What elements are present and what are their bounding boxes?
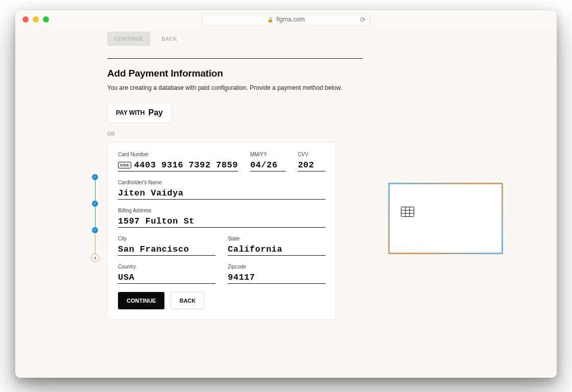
city-value: San Francisco <box>118 244 189 254</box>
cardholder-name-value: Jiten Vaidya <box>118 188 183 198</box>
step-connector <box>95 233 96 254</box>
visa-badge-icon: VISA <box>118 162 131 168</box>
city-input[interactable]: San Francisco <box>118 244 216 256</box>
card-number-value: 4403 9316 7392 7859 <box>134 160 238 170</box>
minimize-window-icon[interactable] <box>33 16 39 22</box>
cardholder-name-label: Cardholder's Name <box>118 180 325 185</box>
section-divider <box>107 58 363 59</box>
disabled-continue-button: CONTINUE <box>107 32 150 46</box>
cvv-input[interactable]: 202 <box>298 160 325 172</box>
payment-form: Card Number VISA 4403 9316 7392 7859 MM/… <box>107 142 336 320</box>
url-text: figma.com <box>276 16 304 23</box>
zipcode-value: 94117 <box>228 273 255 282</box>
window-controls <box>22 16 49 22</box>
continue-button[interactable]: CONTINUE <box>118 292 164 309</box>
country-label: Country <box>118 264 216 270</box>
disabled-back-button: BACK <box>154 32 184 46</box>
cardholder-name-input[interactable]: Jiten Vaidya <box>118 188 325 200</box>
browser-window: 🔒 figma.com ⟳ ✓ ✓ ✓ 4 CONTINUE BACK Add … <box>15 10 557 378</box>
card-number-input[interactable]: VISA 4403 9316 7392 7859 <box>118 160 238 172</box>
progress-stepper: ✓ ✓ ✓ 4 <box>91 174 99 262</box>
step-4-current: 4 <box>91 254 99 262</box>
cvv-value: 202 <box>298 160 314 170</box>
or-divider: OR <box>107 131 526 137</box>
step-1-done: ✓ <box>92 174 98 180</box>
main-column: CONTINUE BACK Add Payment Information Yo… <box>107 29 526 320</box>
apple-pay-prefix: PAY WITH <box>116 109 145 116</box>
billing-address-label: Billing Address <box>118 208 325 213</box>
card-number-label: Card Number <box>118 152 238 157</box>
step-2-done: ✓ <box>92 201 98 207</box>
step-connector <box>95 207 96 227</box>
zipcode-input[interactable]: 94117 <box>228 273 325 284</box>
billing-address-input[interactable]: 1597 Fulton St <box>118 216 325 228</box>
expiry-input[interactable]: 04/26 <box>250 160 285 172</box>
maximize-window-icon[interactable] <box>43 16 49 22</box>
apple-pay-button[interactable]: PAY WITH Pay <box>107 103 172 123</box>
section-heading: Add Payment Information <box>107 68 526 79</box>
section-subtext: You are creating a database with paid co… <box>107 84 526 91</box>
state-value: California <box>228 244 282 254</box>
cvv-label: CVV <box>298 152 325 157</box>
svg-rect-0 <box>401 207 414 217</box>
billing-address-value: 1597 Fulton St <box>118 216 195 226</box>
reload-icon[interactable]: ⟳ <box>360 16 366 23</box>
expiry-value: 04/26 <box>250 160 278 170</box>
lock-icon: 🔒 <box>267 17 273 22</box>
country-value: USA <box>118 273 134 282</box>
expiry-label: MM/YY <box>250 152 285 157</box>
titlebar: 🔒 figma.com ⟳ <box>15 10 557 29</box>
page-content: ✓ ✓ ✓ 4 CONTINUE BACK Add Payment Inform… <box>15 29 557 378</box>
card-chip-icon <box>401 207 414 217</box>
close-window-icon[interactable] <box>22 16 29 22</box>
state-label: State <box>228 236 325 241</box>
card-preview <box>388 183 503 254</box>
prior-step-actions: CONTINUE BACK <box>107 32 526 46</box>
state-input[interactable]: California <box>228 244 325 256</box>
step-3-done: ✓ <box>92 227 98 233</box>
apple-pay-logo: Pay <box>148 108 162 117</box>
city-label: City <box>118 236 216 241</box>
zipcode-label: Zipcode <box>228 264 325 270</box>
country-input[interactable]: USA <box>118 273 216 284</box>
back-button[interactable]: BACK <box>171 292 204 309</box>
step-connector <box>95 180 96 201</box>
address-bar[interactable]: 🔒 figma.com ⟳ <box>202 13 370 26</box>
